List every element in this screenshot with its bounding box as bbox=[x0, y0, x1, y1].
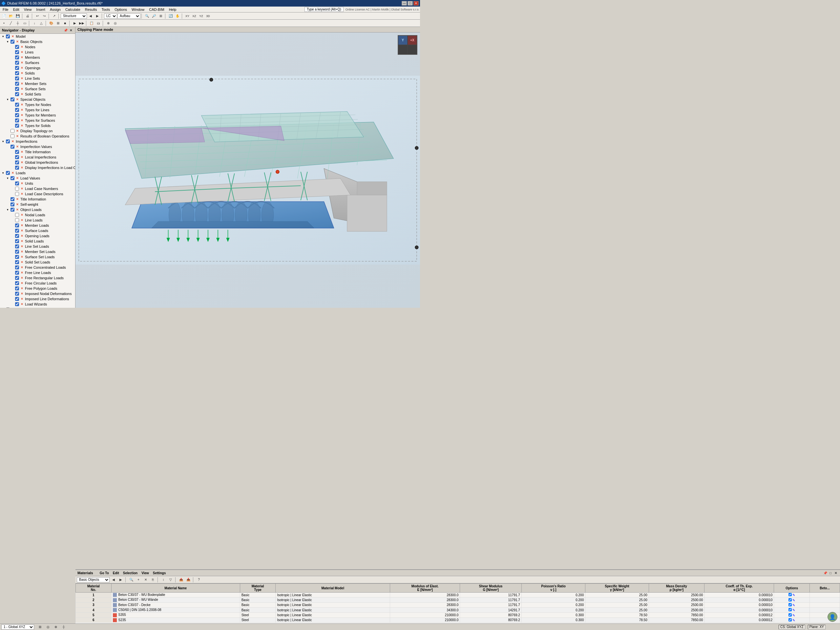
node-tool[interactable]: • bbox=[1, 21, 7, 26]
nav-item-surface-loads[interactable]: ✕Surface Loads bbox=[0, 228, 75, 233]
nav-item-imposed-nodal[interactable]: ✕Imposed Nodal Deformations bbox=[0, 291, 75, 296]
checkbox-types-surfaces[interactable] bbox=[15, 118, 19, 122]
checkbox-basic-objects[interactable] bbox=[11, 40, 14, 44]
nav-item-types-nodes[interactable]: ✕Types for Nodes bbox=[0, 102, 75, 107]
view-xz-button[interactable]: XZ bbox=[191, 13, 197, 19]
checkbox-object-loads[interactable] bbox=[11, 208, 14, 212]
nav-item-nodes[interactable]: ✕Nodes bbox=[0, 44, 75, 49]
nav-item-free-polygon[interactable]: ✕Free Polygon Loads bbox=[0, 286, 75, 291]
close-button[interactable]: ✕ bbox=[414, 1, 419, 6]
nav-item-display-imp-load[interactable]: ✕Display Imperfections in Load Cases & C… bbox=[0, 165, 75, 170]
nav-item-members[interactable]: ✕Members bbox=[0, 55, 75, 60]
wire-render-btn[interactable]: ⊞ bbox=[55, 21, 62, 26]
checkbox-imperfections[interactable] bbox=[6, 139, 10, 144]
maximize-button[interactable]: □ bbox=[407, 1, 413, 6]
checkbox-types-members[interactable] bbox=[15, 113, 19, 117]
line-tool[interactable]: ╱ bbox=[8, 21, 14, 26]
nav-close-button[interactable]: ✕ bbox=[69, 28, 73, 33]
nav-item-display-topology[interactable]: ✕Display Topology on bbox=[0, 128, 75, 134]
menu-insert[interactable]: Insert bbox=[34, 7, 47, 12]
menu-calculate[interactable]: Calculate bbox=[63, 7, 82, 12]
nav-item-solid-sets[interactable]: ✕Solid Sets bbox=[0, 92, 75, 97]
checkbox-nodal-loads[interactable] bbox=[15, 213, 19, 217]
checkbox-self-weight[interactable] bbox=[11, 202, 14, 206]
solid-render-btn[interactable]: ■ bbox=[62, 21, 68, 26]
rotate-button[interactable]: 🔄 bbox=[167, 13, 174, 19]
zoom-out-button[interactable]: 🔎 bbox=[151, 13, 157, 19]
viewport-canvas[interactable]: Y +X bbox=[76, 33, 420, 308]
redo-button[interactable]: ↪ bbox=[41, 13, 47, 19]
nav-item-types-surfaces[interactable]: ✕Types for Surfaces bbox=[0, 118, 75, 123]
color-render-btn[interactable]: 🎨 bbox=[48, 21, 54, 26]
expand-results[interactable]: ▸ bbox=[1, 307, 5, 308]
menu-help[interactable]: Help bbox=[167, 7, 178, 12]
checkbox-loads[interactable] bbox=[6, 171, 10, 175]
nav-item-results[interactable]: ▸✕Results bbox=[0, 307, 75, 308]
checkbox-free-concentrated[interactable] bbox=[15, 265, 19, 269]
checkbox-display-imp-load[interactable] bbox=[15, 166, 19, 170]
checkbox-free-rectangular[interactable] bbox=[15, 276, 19, 280]
nav-item-free-circular[interactable]: ✕Free Circular Loads bbox=[0, 281, 75, 286]
checkbox-title-information-loads[interactable] bbox=[11, 197, 14, 201]
nav-item-line-set-loads[interactable]: ✕Line Set Loads bbox=[0, 244, 75, 249]
print-button[interactable]: 🖨 bbox=[24, 13, 31, 19]
nav-item-line-loads[interactable]: ✕Line Loads bbox=[0, 218, 75, 223]
checkbox-load-case-numbers[interactable] bbox=[15, 187, 19, 191]
nav-item-member-loads[interactable]: ✕Member Loads bbox=[0, 223, 75, 228]
snap-node-btn[interactable]: ◎ bbox=[112, 21, 118, 26]
checkbox-line-set-loads[interactable] bbox=[15, 245, 19, 248]
view-xy-button[interactable]: XY bbox=[184, 13, 191, 19]
nav-item-loads[interactable]: ▾✕Loads bbox=[0, 170, 75, 175]
checkbox-members[interactable] bbox=[15, 55, 19, 59]
checkbox-special-objects[interactable] bbox=[11, 98, 14, 101]
menu-view[interactable]: View bbox=[22, 7, 34, 12]
nav-item-local-imperfections[interactable]: ✕Local Imperfections bbox=[0, 155, 75, 160]
checkbox-solid-sets[interactable] bbox=[15, 92, 19, 96]
checkbox-free-polygon[interactable] bbox=[15, 286, 19, 291]
support-tool[interactable]: △ bbox=[38, 21, 45, 26]
menu-tools[interactable]: Tools bbox=[99, 7, 112, 12]
nav-item-imperfections[interactable]: ▾✕Imperfections bbox=[0, 139, 75, 144]
nav-item-object-loads[interactable]: ▾✕Object Loads bbox=[0, 207, 75, 212]
select-button[interactable]: ↗ bbox=[51, 13, 57, 19]
checkbox-title-information-imp[interactable] bbox=[15, 150, 19, 154]
checkbox-types-solids[interactable] bbox=[15, 124, 19, 128]
cube-right-face[interactable]: +X bbox=[407, 35, 417, 45]
checkbox-nodes[interactable] bbox=[15, 45, 19, 49]
expand-imperfections[interactable]: ▾ bbox=[1, 139, 5, 144]
nav-item-surface-set-loads[interactable]: ✕Surface Set Loads bbox=[0, 254, 75, 259]
calc-all-button[interactable]: ▶▶ bbox=[79, 21, 85, 26]
nav-item-lines[interactable]: ✕Lines bbox=[0, 49, 75, 55]
checkbox-line-sets[interactable] bbox=[15, 76, 19, 81]
checkbox-member-loads[interactable] bbox=[15, 223, 19, 227]
minimize-button[interactable]: — bbox=[402, 1, 407, 6]
nav-item-free-rectangular[interactable]: ✕Free Rectangular Loads bbox=[0, 275, 75, 281]
nav-item-member-sets[interactable]: ✕Member Sets bbox=[0, 81, 75, 86]
checkbox-boolean-results[interactable] bbox=[11, 134, 14, 138]
nav-item-global-imperfections[interactable]: ✕Global Imperfections bbox=[0, 160, 75, 165]
expand-special-objects[interactable]: ▾ bbox=[5, 97, 10, 102]
checkbox-types-lines[interactable] bbox=[15, 108, 19, 112]
checkbox-member-set-loads[interactable] bbox=[15, 250, 19, 254]
lc-combo[interactable]: LC2 bbox=[104, 13, 117, 19]
expand-object-loads[interactable]: ▾ bbox=[5, 207, 10, 212]
expand-load-values[interactable]: ▾ bbox=[5, 176, 10, 180]
checkbox-free-line[interactable] bbox=[15, 271, 19, 275]
checkbox-solid-loads[interactable] bbox=[15, 239, 19, 243]
nav-item-free-line[interactable]: ✕Free Line Loads bbox=[0, 270, 75, 275]
nav-item-line-sets[interactable]: ✕Line Sets bbox=[0, 76, 75, 81]
checkbox-surface-sets[interactable] bbox=[15, 87, 19, 91]
checkbox-surface-loads[interactable] bbox=[15, 229, 19, 233]
project-nav-btn[interactable]: 🗂 bbox=[95, 21, 102, 26]
next-model-btn[interactable]: ▶ bbox=[94, 13, 101, 19]
checkbox-model[interactable] bbox=[6, 35, 10, 38]
nav-item-load-case-numbers[interactable]: ✕Load Case Numbers bbox=[0, 186, 75, 191]
snap-grid-btn[interactable]: ⊕ bbox=[105, 21, 112, 26]
member-tool[interactable]: ┼ bbox=[14, 21, 21, 26]
nav-item-load-wizards[interactable]: ✕Load Wizards bbox=[0, 302, 75, 307]
nav-item-types-lines[interactable]: ✕Types for Lines bbox=[0, 107, 75, 112]
nav-item-surface-sets[interactable]: ✕Surface Sets bbox=[0, 86, 75, 92]
checkbox-imposed-line[interactable] bbox=[15, 297, 19, 301]
nav-item-load-values[interactable]: ▾✕Load Values bbox=[0, 175, 75, 181]
undo-button[interactable]: ↩ bbox=[34, 13, 41, 19]
